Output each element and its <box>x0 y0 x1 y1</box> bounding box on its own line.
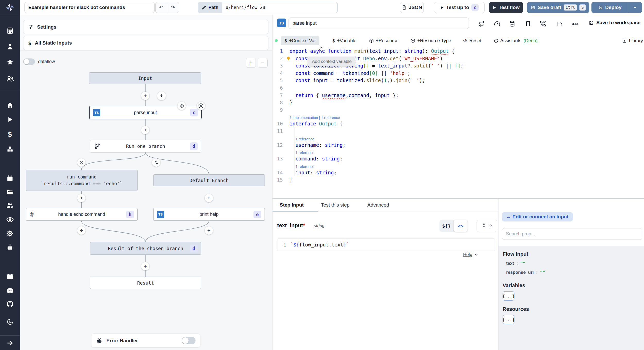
test-flow-button[interactable]: Test flow <box>489 2 523 13</box>
zoom-out-button[interactable]: − <box>258 58 268 68</box>
redo-button[interactable]: ↷ <box>167 2 179 13</box>
delete-node-button[interactable] <box>197 102 205 110</box>
gauge-icon[interactable] <box>494 21 500 27</box>
split-plus-icon <box>154 160 158 165</box>
gear-icon[interactable] <box>0 230 20 237</box>
flow-settings-row[interactable]: Settings <box>23 20 268 34</box>
insert-step-button[interactable]: + <box>77 194 86 202</box>
all-static-inputs-row[interactable]: $ All Static Inputs <box>23 36 268 50</box>
database-icon[interactable] <box>509 21 515 27</box>
users-icon[interactable] <box>0 75 20 83</box>
deploy-button[interactable]: Deploy <box>591 2 642 13</box>
robot-icon[interactable] <box>0 244 20 251</box>
search-prop-input[interactable] <box>502 228 642 240</box>
move-node-button[interactable] <box>177 102 186 110</box>
code-mode-option[interactable]: <> <box>453 220 468 232</box>
top-bar: ↶ ↷ Path u/henri/flow_28 JSON Test up to… <box>20 0 644 15</box>
help-link[interactable]: Help <box>463 252 478 257</box>
edit-or-connect-button[interactable]: ← Edit or connect an input <box>502 212 573 221</box>
insert-step-button[interactable]: + <box>141 126 149 134</box>
dataflow-toggle[interactable] <box>23 58 35 65</box>
star-icon[interactable] <box>0 58 20 66</box>
user-icon[interactable] <box>0 43 20 50</box>
variables-object-chip[interactable]: {...} <box>503 291 514 301</box>
trigger-bolt-button[interactable] <box>157 91 166 100</box>
building-icon[interactable] <box>0 27 20 34</box>
kbd-s: S <box>579 4 586 11</box>
cubes-icon[interactable] <box>0 146 20 153</box>
voicemail-icon[interactable] <box>571 21 578 27</box>
calendar-icon[interactable] <box>0 175 20 182</box>
flow-graph: dataflow + − Input + TS parse input c + … <box>20 50 272 350</box>
connect-input-button[interactable] <box>477 220 497 232</box>
chevron-down-icon <box>474 253 478 257</box>
codelens-line[interactable]: 1 reference <box>273 135 644 141</box>
connect-panel: ← Edit or connect an input Flow Input te… <box>498 198 644 350</box>
remove-branch-button[interactable] <box>77 158 86 167</box>
flow-node-run-one-branch[interactable]: Run one branch d <box>90 140 201 152</box>
play-icon[interactable] <box>0 116 20 123</box>
path-label[interactable]: Path <box>198 2 222 13</box>
template-mode-option[interactable]: ${} <box>439 220 453 232</box>
flow-title-input[interactable] <box>24 2 155 13</box>
users-gear-icon[interactable] <box>0 202 20 210</box>
error-handler-toggle[interactable] <box>182 337 196 344</box>
book-open-icon[interactable] <box>0 273 20 281</box>
codelens-line[interactable]: 1 reference <box>273 149 644 155</box>
github-icon[interactable] <box>0 300 20 308</box>
flow-node-branch-result[interactable]: Result of the chosen branch d <box>90 242 201 255</box>
zoom-in-button[interactable]: + <box>246 58 256 68</box>
lightbulb-icon[interactable] <box>287 57 290 59</box>
sidebar-divider <box>0 90 20 90</box>
field-type: string <box>314 223 325 228</box>
bug-icon <box>96 338 102 344</box>
codelens-line[interactable]: 1 implementation | 1 reference <box>273 114 644 120</box>
insert-step-button[interactable]: + <box>205 194 213 202</box>
code-line: 9 <box>273 106 644 114</box>
flow-node-result[interactable]: Result <box>90 277 201 289</box>
discord-icon[interactable] <box>0 287 20 295</box>
node-label: run command <box>67 174 97 180</box>
flow-node-print-help[interactable]: TS print help e <box>153 208 265 221</box>
flow-node-handle-echo[interactable]: # handle echo command h <box>26 208 138 221</box>
home-icon[interactable] <box>0 102 20 109</box>
tab-advanced[interactable]: Advanced <box>367 202 389 208</box>
undo-button[interactable]: ↶ <box>155 2 167 13</box>
flow-node-default-branch[interactable]: Default Branch <box>153 174 265 186</box>
insert-step-button[interactable]: + <box>77 226 86 235</box>
close-icon <box>80 161 83 165</box>
code-line: 13 command: string; <box>273 155 644 163</box>
step-name-input[interactable] <box>289 18 469 29</box>
sidebar-divider <box>0 335 20 336</box>
codelens-line[interactable]: 1 reference <box>273 163 644 169</box>
windmill-logo-icon[interactable] <box>0 3 20 12</box>
prop-row-text[interactable]: text:"" <box>506 261 525 266</box>
folder-open-icon[interactable] <box>0 188 20 195</box>
arrow-right-icon[interactable] <box>0 339 20 347</box>
flow-node-input[interactable]: Input <box>89 72 201 84</box>
prop-row-response-url[interactable]: response_url:"" <box>506 270 545 275</box>
resources-object-chip[interactable]: {...} <box>503 315 514 324</box>
add-branch-button[interactable] <box>152 158 160 167</box>
window-icon[interactable] <box>525 21 531 27</box>
moon-icon[interactable] <box>0 318 20 326</box>
save-draft-button[interactable]: Save draft CtrlS <box>527 2 589 13</box>
insert-step-button[interactable]: + <box>205 226 213 235</box>
error-handler-row: Error Handler <box>91 334 200 348</box>
json-button[interactable]: JSON <box>400 2 424 13</box>
tab-step-input[interactable]: Step Input <box>280 202 304 208</box>
deploy-dropdown[interactable] <box>628 5 642 10</box>
insert-step-button[interactable]: + <box>141 92 149 100</box>
save-to-workspace-button[interactable]: Save to workspace <box>589 20 640 25</box>
eye-icon[interactable] <box>0 216 20 224</box>
expression-editor[interactable]: 1 `${flow_input.text}` <box>277 238 495 251</box>
insert-step-button[interactable]: + <box>141 262 149 270</box>
path-input[interactable]: u/henri/flow_28 <box>222 2 337 13</box>
dollar-icon[interactable]: $ <box>0 130 20 139</box>
tab-test-this-step[interactable]: Test this step <box>321 202 350 208</box>
flow-node-branch-condition[interactable]: run command `results.c.command === 'echo… <box>26 170 138 191</box>
bed-icon[interactable] <box>556 21 563 27</box>
refresh-icon[interactable] <box>479 21 485 27</box>
test-up-to-button[interactable]: Test up to c <box>434 2 485 13</box>
phone-incoming-icon[interactable] <box>540 21 546 27</box>
